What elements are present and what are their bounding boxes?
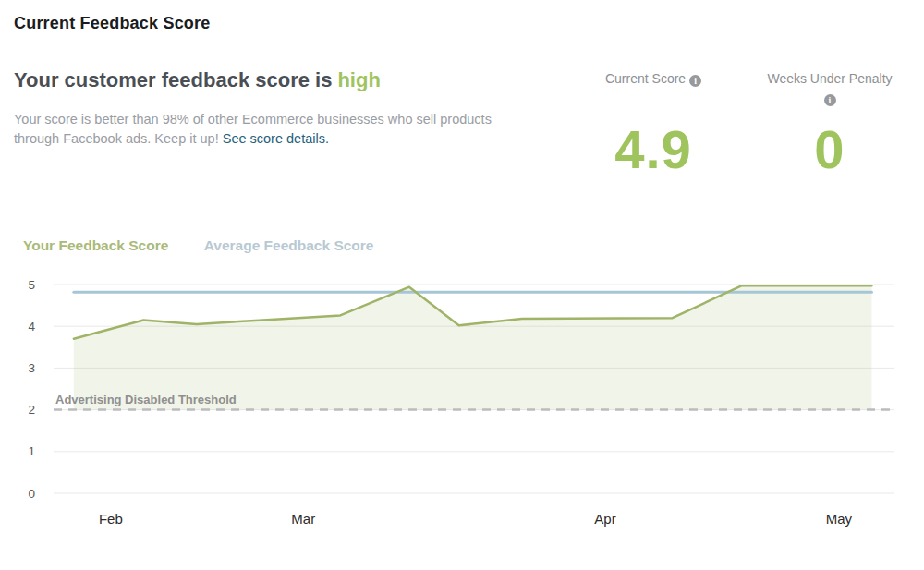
legend-item-your-feedback-score[interactable]: Your Feedback Score [23, 237, 168, 254]
y-axis-labels: 543210 [28, 278, 35, 501]
svg-text:4: 4 [28, 320, 35, 334]
svg-text:5: 5 [28, 278, 35, 292]
feedback-score-page: Current Feedback Score Your customer fee… [0, 0, 924, 570]
weeks-under-penalty-label-row: Weeks Under Penalty i [756, 70, 904, 109]
weeks-under-penalty-label: Weeks Under Penalty [767, 71, 892, 86]
weeks-under-penalty-stat: Weeks Under Penalty i 0 [756, 70, 904, 180]
info-icon[interactable]: i [689, 75, 701, 87]
svg-text:Apr: Apr [594, 511, 615, 527]
current-score-label-row: Current Score i [579, 70, 727, 109]
score-status-label: high [337, 68, 380, 91]
svg-text:3: 3 [28, 361, 35, 375]
score-heading: Your customer feedback score ishigh [14, 68, 381, 92]
feedback-chart: 543210Advertising Disabled ThresholdFebM… [0, 268, 924, 570]
page-title: Current Feedback Score [14, 14, 210, 33]
weeks-info-icon-line: i [756, 90, 904, 107]
legend-item-average-feedback-score[interactable]: Average Feedback Score [204, 237, 374, 254]
score-description: Your score is better than 98% of other E… [14, 110, 528, 149]
current-score-value: 4.9 [579, 118, 727, 180]
svg-text:1: 1 [28, 444, 35, 458]
x-axis-labels: FebMarAprMay [99, 511, 853, 527]
current-score-label: Current Score [605, 71, 686, 86]
info-icon[interactable]: i [824, 94, 836, 106]
svg-text:0: 0 [28, 487, 35, 501]
svg-text:2: 2 [28, 403, 35, 417]
threshold-label: Advertising Disabled Threshold [55, 393, 237, 406]
score-area-fill [74, 285, 872, 409]
chart-legend: Your Feedback Score Average Feedback Sco… [23, 237, 405, 254]
weeks-under-penalty-value: 0 [756, 118, 904, 180]
svg-text:Mar: Mar [291, 511, 315, 527]
score-heading-text: Your customer feedback score is [14, 68, 332, 91]
see-score-details-link[interactable]: See score details. [223, 131, 329, 146]
svg-text:Feb: Feb [99, 511, 123, 527]
current-score-stat: Current Score i 4.9 [579, 70, 727, 180]
svg-text:May: May [826, 511, 853, 527]
